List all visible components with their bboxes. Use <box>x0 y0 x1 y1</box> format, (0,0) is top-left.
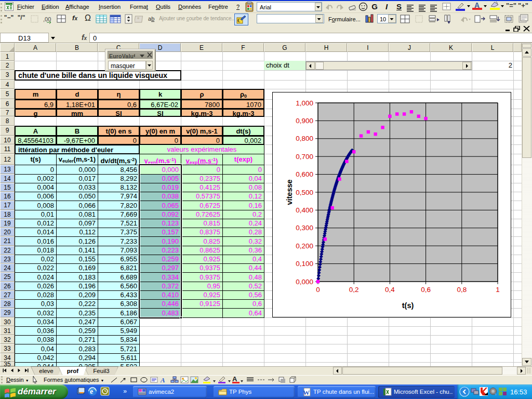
svg-text:0,500: 0,500 <box>296 189 313 196</box>
svg-text:0,900: 0,900 <box>296 117 313 125</box>
svg-text:0,4: 0,4 <box>385 286 395 294</box>
svg-text:0,300: 0,300 <box>296 224 313 232</box>
svg-text:0,8: 0,8 <box>457 286 467 294</box>
svg-text:vitesse: vitesse <box>285 179 294 205</box>
svg-text:t(s): t(s) <box>402 301 414 310</box>
svg-text:0,000: 0,000 <box>296 278 313 286</box>
svg-text:1,000: 1,000 <box>296 99 313 107</box>
svg-text:0,100: 0,100 <box>296 260 313 268</box>
svg-text:0,400: 0,400 <box>296 206 313 214</box>
svg-text:0,600: 0,600 <box>296 170 313 178</box>
svg-text:€: € <box>237 18 240 23</box>
svg-text:0,700: 0,700 <box>296 153 313 161</box>
svg-text:e: e <box>90 388 93 395</box>
svg-text:0,2: 0,2 <box>349 286 359 294</box>
svg-text:ab: ab <box>148 16 154 22</box>
svg-text:0,800: 0,800 <box>296 135 313 142</box>
svg-text:0,200: 0,200 <box>296 242 313 250</box>
svg-text:A: A <box>160 376 165 383</box>
svg-text:1: 1 <box>496 286 500 294</box>
svg-text:0: 0 <box>316 286 320 294</box>
svg-text:0,6: 0,6 <box>421 286 431 294</box>
svg-text:W: W <box>303 389 310 396</box>
